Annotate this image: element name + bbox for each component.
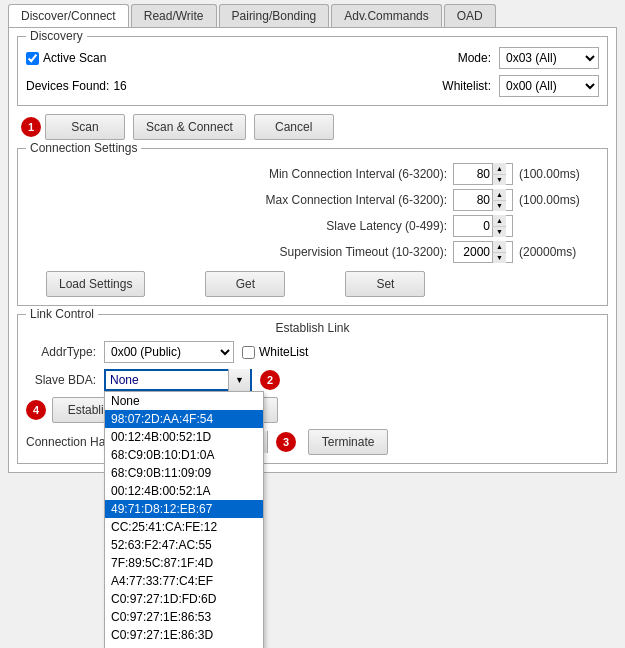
dropdown-item-9[interactable]: A4:77:33:77:C4:EF xyxy=(105,572,263,590)
discovery-section: Discovery Active Scan Mode: 0x00 (None) … xyxy=(17,36,608,106)
min-conn-down[interactable]: ▼ xyxy=(492,175,506,186)
supervision-down[interactable]: ▼ xyxy=(492,253,506,264)
addrtype-row: AddrType: 0x00 (Public) 0x01 (Random) Wh… xyxy=(26,341,599,363)
dropdown-item-3[interactable]: 68:C9:0B:11:09:09 xyxy=(105,464,263,482)
dropdown-item-13[interactable]: 00:12:4B:00:52:1E xyxy=(105,644,263,648)
dropdown-item-11[interactable]: C0:97:27:1E:86:53 xyxy=(105,608,263,626)
slave-bda-dropdown-list: None 98:07:2D:AA:4F:54 00:12:4B:00:52:1D… xyxy=(104,391,264,648)
tab-adv[interactable]: Adv.Commands xyxy=(331,4,441,27)
supervision-up[interactable]: ▲ xyxy=(492,241,506,253)
dropdown-item-4[interactable]: 00:12:4B:00:52:1A xyxy=(105,482,263,500)
terminate-button[interactable]: Terminate xyxy=(308,429,388,455)
set-button[interactable]: Set xyxy=(345,271,425,297)
tab-discover[interactable]: Discover/Connect xyxy=(8,4,129,27)
discovery-label: Discovery xyxy=(26,29,87,43)
whitelist-area: WhiteList xyxy=(242,345,308,359)
tab-readwrite[interactable]: Read/Write xyxy=(131,4,217,27)
slave-bda-input[interactable] xyxy=(106,373,228,387)
devices-found-value: 16 xyxy=(113,79,126,93)
devices-found: Devices Found: 16 xyxy=(26,79,127,93)
dropdown-item-6[interactable]: CC:25:41:CA:FE:12 xyxy=(105,518,263,536)
whitelist-checkbox[interactable] xyxy=(242,346,255,359)
establish-link-title: Establish Link xyxy=(26,321,599,335)
discovery-row2: Devices Found: 16 Whitelist: 0x00 (All) … xyxy=(26,75,599,97)
whitelist-select[interactable]: 0x00 (All) 0x01 (White) xyxy=(499,75,599,97)
connection-handle-label: Connection Han xyxy=(26,435,112,449)
min-conn-arrows: ▲ ▼ xyxy=(492,163,506,185)
whitelist-label: Whitelist: xyxy=(442,79,491,93)
scan-buttons-row: 1 Scan Scan & Connect Cancel xyxy=(17,114,608,140)
addrtype-select[interactable]: 0x00 (Public) 0x01 (Random) xyxy=(104,341,234,363)
dropdown-item-5[interactable]: 49:71:D8:12:EB:67 xyxy=(105,500,263,518)
link-control-label: Link Control xyxy=(26,307,98,321)
supervision-field[interactable] xyxy=(454,242,492,262)
dropdown-item-8[interactable]: 7F:89:5C:87:1F:4D xyxy=(105,554,263,572)
main-panel: Discovery Active Scan Mode: 0x00 (None) … xyxy=(8,27,617,473)
active-scan-checkbox[interactable] xyxy=(26,52,39,65)
active-scan-label: Active Scan xyxy=(43,51,106,65)
conn-grid: Min Connection Interval (6-3200): ▲ ▼ (1… xyxy=(26,163,599,263)
max-conn-arrows: ▲ ▼ xyxy=(492,189,506,211)
scan-connect-button[interactable]: Scan & Connect xyxy=(133,114,246,140)
max-conn-input[interactable]: ▲ ▼ xyxy=(453,189,513,211)
load-settings-button[interactable]: Load Settings xyxy=(46,271,145,297)
badge-3: 3 xyxy=(276,432,296,452)
slave-latency-arrows: ▲ ▼ xyxy=(492,215,506,237)
discovery-left: Active Scan xyxy=(26,51,106,65)
mode-select[interactable]: 0x00 (None) 0x01 (White) 0x02 (NonConn) … xyxy=(499,47,599,69)
get-button[interactable]: Get xyxy=(205,271,285,297)
link-control-section: Link Control Establish Link AddrType: 0x… xyxy=(17,314,608,464)
min-conn-input[interactable]: ▲ ▼ xyxy=(453,163,513,185)
devices-found-label: Devices Found: xyxy=(26,79,109,93)
supervision-arrows: ▲ ▼ xyxy=(492,241,506,263)
cancel-button[interactable]: Cancel xyxy=(254,114,334,140)
discovery-row1: Active Scan Mode: 0x00 (None) 0x01 (Whit… xyxy=(26,47,599,69)
supervision-label: Supervision Timeout (10-3200): xyxy=(26,245,447,259)
max-conn-field[interactable] xyxy=(454,190,492,210)
tab-pairing[interactable]: Pairing/Bonding xyxy=(219,4,330,27)
badge-2: 2 xyxy=(260,370,280,390)
slave-latency-up[interactable]: ▲ xyxy=(492,215,506,227)
slave-latency-down[interactable]: ▼ xyxy=(492,227,506,238)
min-conn-up[interactable]: ▲ xyxy=(492,163,506,175)
supervision-input[interactable]: ▲ ▼ xyxy=(453,241,513,263)
supervision-ms: (20000ms) xyxy=(519,245,599,259)
badge-4: 4 xyxy=(26,400,46,420)
slave-bda-label: Slave BDA: xyxy=(26,373,96,387)
slave-latency-label: Slave Latency (0-499): xyxy=(26,219,447,233)
mode-label: Mode: xyxy=(458,51,491,65)
slave-bda-row: Slave BDA: ▼ None 98:07:2D:AA:4F:54 00:1… xyxy=(26,369,599,391)
dropdown-item-none[interactable]: None xyxy=(105,392,263,410)
connection-settings-label: Connection Settings xyxy=(26,141,141,155)
dropdown-item-10[interactable]: C0:97:27:1D:FD:6D xyxy=(105,590,263,608)
slave-latency-field[interactable] xyxy=(454,216,492,236)
max-conn-down[interactable]: ▼ xyxy=(492,201,506,212)
slave-bda-dropdown-btn[interactable]: ▼ xyxy=(228,369,250,391)
dropdown-item-12[interactable]: C0:97:27:1E:86:3D xyxy=(105,626,263,644)
discovery-right: Mode: 0x00 (None) 0x01 (White) 0x02 (Non… xyxy=(458,47,599,69)
max-conn-up[interactable]: ▲ xyxy=(492,189,506,201)
whitelist-row: Whitelist: 0x00 (All) 0x01 (White) xyxy=(442,75,599,97)
tab-bar: Discover/Connect Read/Write Pairing/Bond… xyxy=(0,0,625,27)
whitelist-check-label: WhiteList xyxy=(259,345,308,359)
scan-button[interactable]: Scan xyxy=(45,114,125,140)
badge-1: 1 xyxy=(21,117,41,137)
addrtype-label: AddrType: xyxy=(26,345,96,359)
min-conn-ms: (100.00ms) xyxy=(519,167,599,181)
dropdown-item-1[interactable]: 00:12:4B:00:52:1D xyxy=(105,428,263,446)
slave-bda-container: ▼ None 98:07:2D:AA:4F:54 00:12:4B:00:52:… xyxy=(104,369,252,391)
min-conn-field[interactable] xyxy=(454,164,492,184)
main-container: Discover/Connect Read/Write Pairing/Bond… xyxy=(0,0,625,648)
dropdown-item-0[interactable]: 98:07:2D:AA:4F:54 xyxy=(105,410,263,428)
dropdown-item-2[interactable]: 68:C9:0B:10:D1:0A xyxy=(105,446,263,464)
lgs-row: Load Settings Get Set xyxy=(26,271,599,297)
tab-oad[interactable]: OAD xyxy=(444,4,496,27)
min-conn-label: Min Connection Interval (6-3200): xyxy=(26,167,447,181)
max-conn-ms: (100.00ms) xyxy=(519,193,599,207)
max-conn-label: Max Connection Interval (6-3200): xyxy=(26,193,447,207)
connection-settings-section: Connection Settings Min Connection Inter… xyxy=(17,148,608,306)
dropdown-item-7[interactable]: 52:63:F2:47:AC:55 xyxy=(105,536,263,554)
slave-latency-input[interactable]: ▲ ▼ xyxy=(453,215,513,237)
